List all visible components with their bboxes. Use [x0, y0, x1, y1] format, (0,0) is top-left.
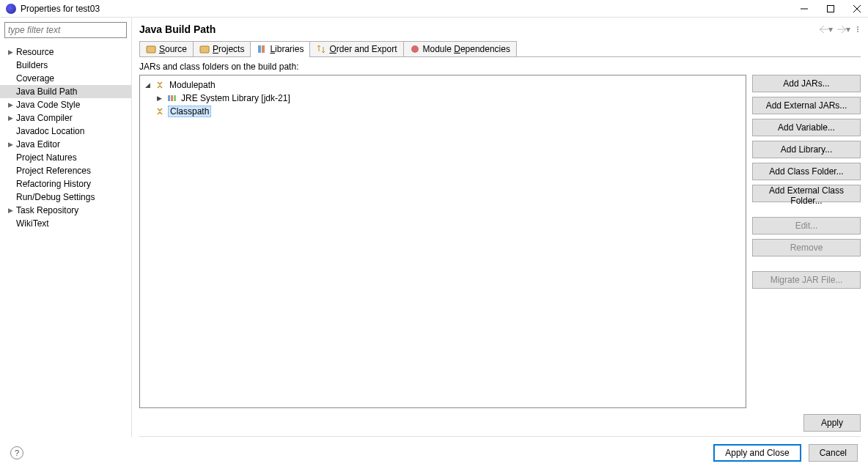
tab-projects[interactable]: Projects — [193, 41, 251, 56]
svg-rect-6 — [258, 45, 261, 53]
tree-item-classpath[interactable]: Classpath — [143, 105, 743, 118]
forward-icon[interactable]: ▾ — [837, 24, 850, 34]
tab-libraries[interactable]: Libraries — [250, 41, 310, 56]
tab-source[interactable]: SSourceource — [139, 41, 194, 56]
buildpath-tree[interactable]: ◢ Modulepath ▶ JRE System Library [jdk-2… — [139, 75, 746, 408]
svg-rect-9 — [168, 95, 170, 101]
apply-button[interactable]: Apply — [803, 414, 861, 432]
module-icon — [410, 44, 420, 54]
svg-point-8 — [411, 45, 419, 53]
add-jars-button[interactable]: Add JARs... — [752, 75, 861, 92]
titlebar: Properties for test03 — [0, 0, 868, 18]
sidebar-item-task-repository[interactable]: ▶Task Repository — [0, 204, 131, 217]
sidebar-item-resource[interactable]: ▶Resource — [0, 45, 131, 59]
chevron-right-icon: ▶ — [6, 48, 15, 56]
tab-module-deps[interactable]: Module Dependencies — [403, 41, 517, 56]
sidebar-item-project-natures[interactable]: Project Natures — [0, 151, 131, 164]
chevron-right-icon[interactable]: ▶ — [155, 95, 163, 102]
sidebar-item-java-compiler[interactable]: ▶Java Compiler — [0, 111, 131, 125]
remove-button: Remove — [752, 239, 861, 256]
chevron-right-icon: ▶ — [6, 206, 15, 215]
modulepath-icon — [155, 81, 165, 89]
chevron-right-icon: ▶ — [6, 114, 15, 122]
sidebar-item-java-editor[interactable]: ▶Java Editor — [0, 138, 131, 151]
add-variable-button[interactable]: Add Variable... — [752, 119, 861, 136]
svg-rect-7 — [262, 45, 265, 53]
page-title: Java Build Path — [139, 23, 820, 35]
order-icon — [316, 44, 326, 54]
sidebar-item-javadoc-location[interactable]: Javadoc Location — [0, 125, 131, 138]
category-tree: ▶Resource Builders Coverage Java Build P… — [0, 43, 131, 437]
sidebar-item-coverage[interactable]: Coverage — [0, 72, 131, 85]
tree-item-jre[interactable]: ▶ JRE System Library [jdk-21] — [143, 92, 743, 105]
sidebar-item-run-debug-settings[interactable]: Run/Debug Settings — [0, 191, 131, 204]
libraries-icon — [257, 44, 267, 54]
back-icon[interactable]: ▾ — [820, 24, 833, 34]
minimize-button[interactable] — [799, 4, 809, 14]
sidebar-item-project-references[interactable]: Project References — [0, 164, 131, 177]
sidebar-item-java-build-path[interactable]: Java Build Path — [0, 85, 131, 98]
svg-rect-5 — [200, 46, 209, 53]
library-icon — [166, 94, 177, 103]
add-library-button[interactable]: Add Library... — [752, 141, 861, 158]
svg-rect-10 — [171, 95, 173, 101]
window-title: Properties for test03 — [21, 4, 799, 14]
content-panel: Java Build Path ▾ ▾ SSourceource Project… — [132, 18, 868, 437]
help-icon[interactable]: ? — [10, 446, 23, 459]
migrate-jar-button: Migrate JAR File... — [752, 271, 861, 289]
tab-order-export[interactable]: Order and Export — [309, 41, 403, 56]
tree-item-modulepath[interactable]: ◢ Modulepath — [143, 78, 743, 92]
svg-rect-11 — [174, 95, 176, 101]
menu-dots-icon[interactable] — [855, 26, 861, 32]
tab-description: JARs and class folders on the build path… — [139, 62, 861, 72]
sidebar-item-refactoring-history[interactable]: Refactoring History — [0, 177, 131, 191]
add-class-folder-button[interactable]: Add Class Folder... — [752, 163, 861, 180]
cancel-button[interactable]: Cancel — [809, 444, 858, 462]
edit-button: Edit... — [752, 217, 861, 234]
chevron-down-icon[interactable]: ◢ — [143, 81, 152, 89]
nav-icons: ▾ ▾ — [820, 24, 861, 34]
sidebar-item-builders[interactable]: Builders — [0, 59, 131, 72]
apply-and-close-button[interactable]: Apply and Close — [713, 444, 801, 462]
source-folder-icon — [146, 44, 156, 54]
projects-folder-icon — [199, 44, 210, 54]
close-button[interactable] — [852, 4, 862, 14]
classpath-icon — [155, 107, 165, 116]
maximize-button[interactable] — [825, 4, 836, 14]
tabs: SSourceource Projects Libraries Order an… — [139, 41, 861, 57]
sidebar: ▶Resource Builders Coverage Java Build P… — [0, 18, 132, 437]
chevron-right-icon: ▶ — [6, 140, 15, 149]
sidebar-item-wikitext[interactable]: WikiText — [0, 217, 131, 230]
eclipse-icon — [6, 4, 16, 14]
svg-rect-1 — [828, 5, 834, 12]
dialog-footer: ? Apply and Close Cancel — [0, 437, 868, 469]
button-column: Add JARs... Add External JARs... Add Var… — [752, 75, 861, 408]
add-external-jars-button[interactable]: Add External JARs... — [752, 97, 861, 114]
chevron-right-icon: ▶ — [6, 100, 15, 109]
filter-input[interactable] — [4, 22, 127, 38]
filter-container — [4, 22, 127, 38]
add-external-class-folder-button[interactable]: Add External Class Folder... — [752, 185, 861, 202]
svg-rect-4 — [147, 46, 155, 53]
sidebar-item-java-code-style[interactable]: ▶Java Code Style — [0, 98, 131, 111]
